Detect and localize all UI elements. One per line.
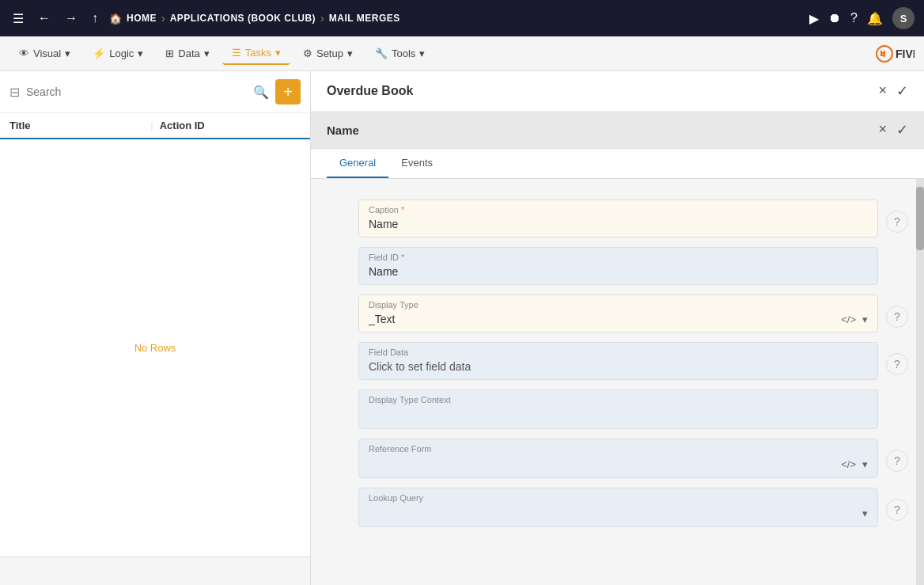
- breadcrumb: 🏠 HOME › APPLICATIONS (BOOK CLUB) › MAIL…: [109, 12, 801, 25]
- caption-field: Caption * Name: [358, 199, 878, 237]
- data-icon: ⊞: [165, 47, 174, 59]
- search-input[interactable]: [26, 85, 247, 98]
- display-type-help-icon[interactable]: ?: [886, 306, 908, 328]
- display-type-field: Display Type _Text </> ▾: [358, 294, 878, 332]
- reference-form-label: Reference Form: [369, 444, 431, 454]
- field-id-field: Field ID * Name: [358, 247, 878, 285]
- sub-panel-title: Name: [327, 123, 359, 137]
- panel-title: Overdue Book: [327, 84, 413, 98]
- lookup-query-help-icon[interactable]: ?: [886, 499, 908, 521]
- avatar[interactable]: S: [892, 7, 915, 29]
- tab-tasks[interactable]: ☰ Tasks ▾: [222, 42, 290, 65]
- field-data-value[interactable]: Click to set field data: [369, 360, 471, 373]
- play-icon[interactable]: ▶: [809, 11, 819, 26]
- no-rows-message: No Rows: [0, 139, 310, 557]
- reference-form-code-icon[interactable]: </>: [841, 458, 856, 470]
- tasks-icon: ☰: [232, 47, 241, 59]
- display-type-context-field: Display Type Context: [358, 389, 878, 429]
- panel-check-icon[interactable]: ✓: [896, 82, 908, 100]
- field-data-field: Field Data Click to set field data: [358, 342, 878, 380]
- field-id-value[interactable]: Name: [369, 265, 398, 278]
- tab-visual[interactable]: 👁 Visual ▾: [9, 43, 80, 64]
- caption-value[interactable]: Name: [369, 218, 398, 230]
- help-icon[interactable]: ?: [850, 11, 858, 25]
- tab-events[interactable]: Events: [388, 149, 445, 178]
- home-icon: 🏠: [109, 13, 122, 25]
- tabs-bar: General Events: [311, 149, 924, 179]
- panel-close-icon[interactable]: ×: [878, 82, 887, 100]
- record-icon[interactable]: ⏺: [828, 11, 841, 25]
- sidebar: ⊟ 🔍 + Title | Action ID No Rows: [0, 71, 311, 585]
- visual-chevron: ▾: [65, 47, 70, 59]
- field-data-label: Field Data: [369, 348, 408, 357]
- form-row-caption: Caption * Name ?: [311, 195, 924, 242]
- notification-icon[interactable]: 🔔: [867, 11, 883, 26]
- breadcrumb-current[interactable]: MAIL MERGES: [329, 13, 400, 24]
- sub-panel-close-icon[interactable]: ×: [878, 121, 887, 139]
- visual-icon: 👁: [19, 47, 29, 59]
- scroll-thumb[interactable]: [916, 187, 924, 250]
- sidebar-search-bar: ⊟ 🔍 +: [0, 71, 310, 113]
- display-type-context-label: Display Type Context: [369, 395, 451, 405]
- caption-label: Caption *: [369, 205, 404, 215]
- form-row-reference-form: Reference Form </> ▾ ?: [311, 434, 924, 483]
- tasks-chevron: ▾: [275, 47, 281, 59]
- hamburger-icon[interactable]: ☰: [9, 8, 27, 29]
- logic-icon: ⚡: [93, 47, 105, 59]
- add-button[interactable]: +: [275, 79, 301, 104]
- setup-chevron: ▾: [347, 47, 353, 59]
- data-chevron: ▾: [204, 47, 210, 59]
- lookup-query-label: Lookup Query: [369, 493, 423, 503]
- top-bar: ☰ ← → ↑ 🏠 HOME › APPLICATIONS (BOOK CLUB…: [0, 0, 924, 36]
- reference-form-help-icon[interactable]: ?: [886, 450, 908, 472]
- column-action-id: Action ID: [153, 120, 301, 131]
- form-row-lookup-query: Lookup Query ▾ ?: [311, 483, 924, 532]
- tab-logic[interactable]: ⚡ Logic ▾: [83, 43, 153, 64]
- tab-setup[interactable]: ⚙ Setup ▾: [293, 43, 362, 64]
- reference-form-chevron[interactable]: ▾: [862, 458, 868, 470]
- filter-icon[interactable]: ⊟: [9, 85, 20, 100]
- tools-icon: 🔧: [375, 47, 388, 59]
- top-bar-actions: ▶ ⏺ ? 🔔 S: [809, 7, 915, 29]
- caption-help-icon[interactable]: ?: [886, 211, 908, 233]
- sidebar-header: Title | Action ID: [0, 113, 310, 139]
- sub-panel-check-icon[interactable]: ✓: [896, 121, 908, 139]
- panel-header: Overdue Book × ✓: [311, 71, 924, 112]
- logic-chevron: ▾: [138, 47, 143, 59]
- form-row-field-id: Field ID * Name ?: [311, 242, 924, 290]
- tab-general[interactable]: General: [327, 149, 388, 178]
- tools-chevron: ▾: [419, 47, 425, 59]
- lookup-query-field: Lookup Query ▾: [358, 488, 878, 527]
- up-icon[interactable]: ↑: [89, 8, 101, 28]
- panel-header-actions: × ✓: [878, 82, 908, 100]
- form-row-display-type: Display Type _Text </> ▾ ?: [311, 290, 924, 337]
- form-row-field-data: Field Data Click to set field data ?: [311, 337, 924, 385]
- display-type-chevron[interactable]: ▾: [862, 313, 868, 325]
- content-panel: Overdue Book × ✓ Name × ✓ General Events: [311, 71, 924, 585]
- tab-tools[interactable]: 🔧 Tools ▾: [365, 43, 434, 64]
- sub-panel: Name × ✓ General Events Caption *: [311, 112, 924, 585]
- svg-text:FIVE: FIVE: [896, 47, 915, 60]
- search-icon[interactable]: 🔍: [253, 85, 269, 100]
- sub-panel-actions: × ✓: [878, 121, 908, 139]
- second-nav: 👁 Visual ▾ ⚡ Logic ▾ ⊞ Data ▾ ☰ Tasks ▾ …: [0, 36, 924, 71]
- scroll-track[interactable]: [916, 179, 924, 585]
- display-type-label: Display Type: [369, 300, 418, 310]
- field-data-help-icon[interactable]: ?: [886, 353, 908, 375]
- breadcrumb-app[interactable]: APPLICATIONS (BOOK CLUB): [170, 13, 316, 24]
- form-row-display-type-context: Display Type Context ?: [311, 385, 924, 434]
- lookup-query-chevron[interactable]: ▾: [862, 507, 868, 519]
- forward-icon[interactable]: →: [62, 8, 81, 28]
- logo-area: FIVE: [875, 44, 915, 63]
- display-type-value[interactable]: _Text: [369, 313, 841, 325]
- five-logo: FIVE: [875, 44, 915, 63]
- tab-data[interactable]: ⊞ Data ▾: [156, 43, 218, 64]
- main-area: ⊟ 🔍 + Title | Action ID No Rows Overdue …: [0, 71, 924, 585]
- breadcrumb-home[interactable]: HOME: [127, 13, 157, 24]
- field-id-label: Field ID *: [369, 253, 404, 262]
- back-icon[interactable]: ←: [35, 8, 54, 28]
- display-type-code-icon[interactable]: </>: [841, 313, 856, 325]
- form-area: Caption * Name ? Field ID * Name ?: [311, 179, 924, 585]
- sidebar-footer: [0, 557, 310, 585]
- column-title: Title: [9, 120, 150, 131]
